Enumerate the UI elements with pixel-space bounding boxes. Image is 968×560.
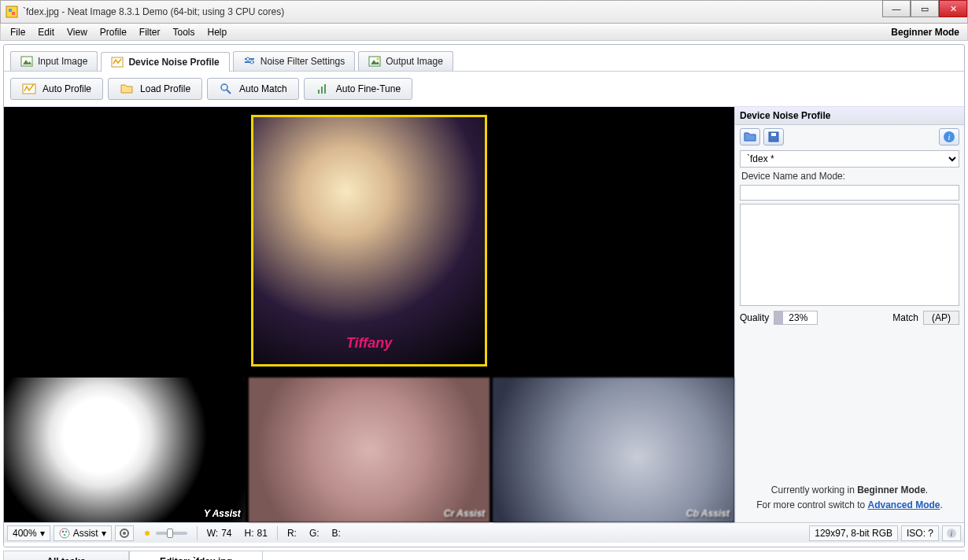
zoom-select[interactable]: 400% ▾ (7, 525, 50, 541)
svg-rect-16 (318, 90, 320, 94)
button-label: Auto Profile (42, 83, 91, 94)
quality-label: Quality (740, 312, 769, 323)
info-small-button[interactable]: i (942, 525, 961, 541)
device-noise-profile-panel: Device Noise Profile i `fdex * Device Na… (734, 107, 964, 522)
folder-open-icon (120, 82, 134, 96)
menu-file[interactable]: File (4, 25, 31, 39)
palette-icon (59, 528, 70, 539)
save-profile-button[interactable] (763, 128, 784, 146)
maximize-button[interactable]: ▭ (911, 0, 939, 17)
status-bar: 400% ▾ Assist ▾ W:74 H:81 R: G: B: 129x9… (4, 522, 964, 543)
menubar: File Edit View Profile Filter Tools Help… (0, 24, 968, 41)
button-label: Auto Match (239, 83, 287, 94)
advanced-mode-link[interactable]: Advanced Mode (868, 499, 940, 510)
profile-select[interactable]: `fdex * (740, 150, 959, 168)
cb-assist-panel[interactable]: Cb Assist (493, 378, 734, 522)
svg-rect-2 (12, 12, 15, 15)
preview-margin-right (656, 107, 734, 374)
assist-row: Y Assist Cr Assist Cb Assist (4, 374, 734, 522)
tab-label: Input Image (38, 56, 87, 67)
menu-tools[interactable]: Tools (167, 25, 201, 39)
svg-rect-1 (9, 9, 12, 12)
info-icon: i (946, 528, 957, 539)
titlebar: `fdex.jpg - Neat Image 8.3.1 Demo (64-bi… (0, 0, 968, 24)
tab-device-noise-profile[interactable]: Device Noise Profile (101, 52, 229, 72)
device-name-input[interactable] (740, 185, 959, 201)
tab-output-image[interactable]: Output Image (358, 51, 453, 71)
tab-editor[interactable]: Editor: `fdex.jpg (129, 551, 263, 560)
assist-label: Cr Assist (444, 508, 485, 519)
menu-edit[interactable]: Edit (31, 25, 61, 39)
selection-width: W:74 (202, 526, 237, 540)
cr-assist-panel[interactable]: Cr Assist (249, 378, 490, 522)
svg-point-24 (61, 530, 64, 532)
svg-point-12 (377, 58, 379, 61)
menu-profile[interactable]: Profile (94, 25, 133, 39)
gear-button[interactable] (115, 525, 134, 541)
button-label: Load Profile (140, 83, 190, 94)
auto-finetune-button[interactable]: Auto Fine-Tune (304, 78, 412, 100)
pixel-r: R: (283, 526, 301, 540)
assist-label: Y Assist (204, 508, 241, 519)
gear-icon (119, 528, 130, 539)
svg-rect-18 (324, 84, 326, 94)
settings-icon (243, 55, 256, 68)
selection-box[interactable] (251, 115, 487, 367)
svg-text:i: i (948, 132, 950, 142)
panel-title: Device Noise Profile (735, 107, 964, 125)
svg-point-9 (250, 61, 253, 64)
svg-point-14 (221, 84, 227, 90)
auto-match-icon (219, 82, 233, 96)
svg-rect-17 (321, 87, 323, 94)
folder-icon (744, 131, 756, 142)
auto-profile-button[interactable]: Auto Profile (10, 78, 103, 100)
svg-rect-13 (23, 84, 35, 94)
y-assist-panel[interactable]: Y Assist (4, 378, 246, 522)
main-frame: ▶ Input Image Device Noise Profile Noise… (3, 44, 965, 547)
open-profile-button[interactable] (740, 128, 760, 146)
output-icon (368, 55, 381, 68)
device-name-label: Device Name and Mode: (735, 169, 964, 183)
tab-label: Device Noise Profile (128, 57, 219, 68)
brightness-slider[interactable] (137, 526, 192, 540)
load-profile-button[interactable]: Load Profile (108, 78, 202, 100)
tab-label: Noise Filter Settings (260, 56, 345, 67)
view-mode-select[interactable]: Assist ▾ (54, 525, 112, 541)
image-dims: 129x97, 8-bit RGB (809, 525, 898, 541)
content-area: Y Assist Cr Assist Cb Assist Device Nois… (4, 107, 964, 522)
menu-filter[interactable]: Filter (133, 25, 167, 39)
preview-margin-left (4, 107, 91, 374)
svg-point-28 (123, 532, 126, 535)
mode-hint: Currently working in Beginner Mode. For … (735, 473, 964, 522)
app-icon (6, 6, 18, 18)
tab-input-image[interactable]: Input Image (10, 51, 98, 71)
auto-match-button[interactable]: Auto Match (207, 78, 299, 100)
info-button[interactable]: i (939, 128, 959, 146)
profile-notes[interactable] (740, 204, 959, 306)
svg-point-29 (145, 531, 150, 536)
assist-label: Cb Assist (686, 508, 730, 519)
image-iso: ISO: ? (901, 525, 939, 541)
selection-height: H:81 (240, 526, 272, 540)
menu-help[interactable]: Help (201, 25, 234, 39)
minimize-button[interactable]: — (882, 0, 911, 17)
svg-rect-20 (771, 133, 776, 136)
finetune-icon (316, 82, 330, 96)
image-icon (20, 55, 33, 68)
preview-panel[interactable] (4, 107, 734, 374)
button-label: Auto Fine-Tune (336, 83, 401, 94)
tab-noise-filter-settings[interactable]: Noise Filter Settings (233, 51, 355, 71)
window-buttons: — ▭ ✕ (882, 1, 967, 23)
tab-label: Output Image (386, 56, 443, 67)
svg-point-23 (60, 529, 69, 538)
quality-value: 23% (774, 311, 818, 325)
close-button[interactable]: ✕ (939, 0, 967, 17)
mode-indicator[interactable]: Beginner Mode (891, 27, 964, 38)
top-tabs: Input Image Device Noise Profile Noise F… (4, 45, 964, 72)
svg-point-8 (246, 57, 249, 61)
image-viewer: Y Assist Cr Assist Cb Assist (4, 107, 734, 522)
window-title: `fdex.jpg - Neat Image 8.3.1 Demo (64-bi… (23, 6, 882, 17)
menu-view[interactable]: View (61, 25, 94, 39)
svg-line-15 (227, 90, 231, 94)
tab-all-tasks[interactable]: All tasks (3, 551, 129, 560)
